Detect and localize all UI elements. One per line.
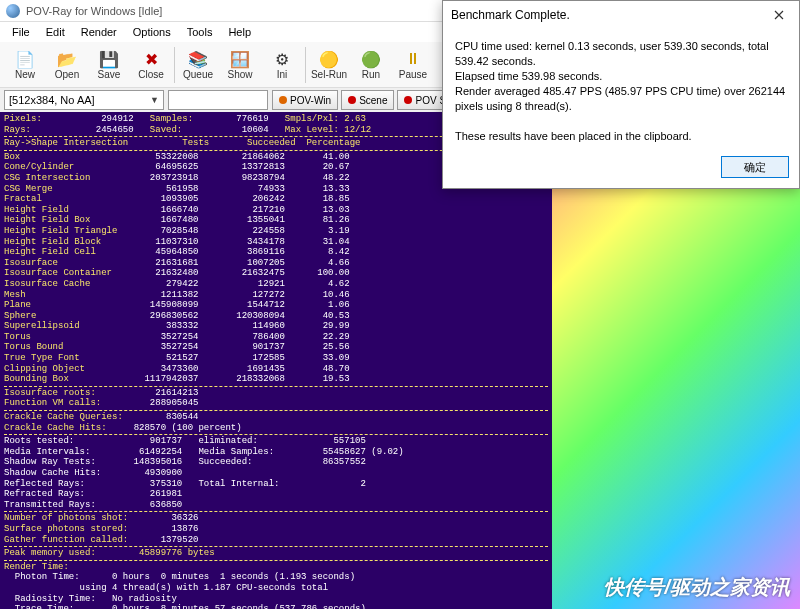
dialog-title-text: Benchmark Complete. [451, 8, 570, 22]
close-button[interactable]: ✖Close [130, 44, 172, 86]
link-icon [279, 96, 287, 104]
queue-icon: 📚 [188, 49, 208, 69]
new-button[interactable]: 📄New [4, 44, 46, 86]
close-icon: ✖ [141, 49, 161, 69]
button-label: POV-Win [290, 95, 331, 106]
selrun-button[interactable]: 🟡Sel-Run [308, 44, 350, 86]
toolbar-label: Save [98, 69, 121, 80]
menu-help[interactable]: Help [220, 24, 259, 40]
ini-icon: ⚙ [272, 49, 292, 69]
show-button[interactable]: 🪟Show [219, 44, 261, 86]
dialog-body: CPU time used: kernel 0.13 seconds, user… [443, 29, 799, 150]
menu-options[interactable]: Options [125, 24, 179, 40]
dialog-line: CPU time used: kernel 0.13 seconds, user… [455, 39, 787, 69]
menu-file[interactable]: File [4, 24, 38, 40]
open-button[interactable]: 📂Open [46, 44, 88, 86]
menu-edit[interactable]: Edit [38, 24, 73, 40]
save-button[interactable]: 💾Save [88, 44, 130, 86]
pause-icon: ⏸ [403, 49, 423, 69]
toolbar-label: Ini [277, 69, 288, 80]
toolbar-label: Pause [399, 69, 427, 80]
watermark-text: 快传号/驱动之家资讯 [604, 574, 790, 601]
ok-button[interactable]: 确定 [721, 156, 789, 178]
menu-tools[interactable]: Tools [179, 24, 221, 40]
show-icon: 🪟 [230, 49, 250, 69]
link-icon [404, 96, 412, 104]
scene-button[interactable]: Scene [341, 90, 394, 110]
dialog-line: Render averaged 485.47 PPS (485.97 PPS C… [455, 84, 787, 114]
link-icon [348, 96, 356, 104]
menu-render[interactable]: Render [73, 24, 125, 40]
open-icon: 📂 [57, 49, 77, 69]
selrun-icon: 🟡 [319, 49, 339, 69]
toolbar-label: Run [362, 69, 380, 80]
run-button[interactable]: 🟢Run [350, 44, 392, 86]
ini-button[interactable]: ⚙Ini [261, 44, 303, 86]
toolbar-label: Close [138, 69, 164, 80]
pause-button[interactable]: ⏸Pause [392, 44, 434, 86]
save-icon: 💾 [99, 49, 119, 69]
dialog-title-bar: Benchmark Complete. [443, 1, 799, 29]
toolbar-label: New [15, 69, 35, 80]
queue-button[interactable]: 📚Queue [177, 44, 219, 86]
toolbar-label: Sel-Run [311, 69, 347, 80]
button-label: Scene [359, 95, 387, 106]
app-icon [6, 4, 20, 18]
dialog-line: Elapsed time 539.98 seconds. [455, 69, 787, 84]
command-input[interactable] [168, 90, 268, 110]
toolbar-label: Show [227, 69, 252, 80]
toolbar-label: Queue [183, 69, 213, 80]
povwin-button[interactable]: POV-Win [272, 90, 338, 110]
run-icon: 🟢 [361, 49, 381, 69]
close-button[interactable] [759, 1, 799, 29]
close-icon [774, 10, 784, 20]
toolbar-label: Open [55, 69, 79, 80]
dialog-line: These results have been placed in the cl… [455, 129, 787, 144]
window-title: POV-Ray for Windows [Idle] [26, 5, 162, 17]
new-icon: 📄 [15, 49, 35, 69]
benchmark-dialog: Benchmark Complete. CPU time used: kerne… [442, 0, 800, 189]
chevron-down-icon: ▼ [150, 95, 159, 105]
size-combo[interactable]: [512x384, No AA]▼ [4, 90, 164, 110]
